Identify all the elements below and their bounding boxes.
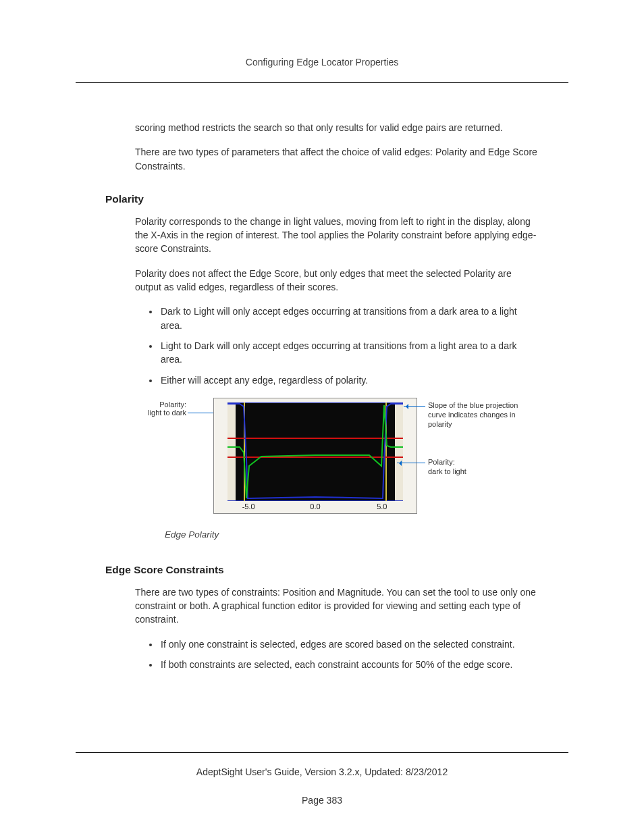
polarity-paragraph-2: Polarity does not affect the Edge Score,… (135, 267, 539, 294)
figure-caption: Edge Polarity (165, 529, 539, 540)
footer-text: AdeptSight User's Guide, Version 3.2.x, … (0, 766, 644, 777)
document-page: Configuring Edge Locator Properties scor… (0, 0, 644, 834)
arrow-icon (404, 406, 425, 407)
page-number: Page 383 (0, 795, 644, 806)
edge-score-bullet-list: If only one constraint is selected, edge… (144, 637, 539, 672)
edge-score-paragraph-1: There are two types of constraints: Posi… (135, 585, 539, 627)
edge-polarity-figure: Polarity: light to dark (135, 398, 527, 523)
axis-tick-label: 5.0 (377, 502, 387, 511)
polarity-paragraph-1: Polarity corresponds to the change in li… (135, 215, 539, 256)
list-item: Dark to Light will only accept edges occ… (159, 305, 539, 332)
header-title: Configuring Edge Locator Properties (246, 57, 398, 68)
plot-area: -5.0 0.0 5.0 (213, 398, 417, 514)
intro-paragraph-1: scoring method restricts the search so t… (135, 121, 539, 134)
figure-right-label-top: Slope of the blue projection curve indic… (428, 400, 536, 429)
figure-left-label-line2: light to dark (148, 409, 186, 417)
intro-paragraph-2: There are two types of parameters that a… (135, 145, 539, 173)
axis-tick-label: 0.0 (310, 502, 320, 511)
list-item: Light to Dark will only accept edges occ… (159, 339, 539, 367)
edge-marker-icon (385, 402, 387, 501)
edge-score-heading: Edge Score Constraints (105, 564, 539, 576)
figure-right-label-bottom: Polarity: dark to light (428, 457, 536, 477)
figure-left-label: Polarity: light to dark (135, 400, 186, 417)
figure-right-label-bottom-line2: dark to light (428, 467, 466, 475)
figure-left-label-line1: Polarity: (159, 400, 186, 409)
page-content: scoring method restricts the search so t… (76, 121, 568, 671)
footer-divider (76, 752, 568, 753)
edge-marker-icon (244, 402, 245, 501)
x-axis: -5.0 0.0 5.0 (227, 502, 403, 513)
plot-background (227, 402, 403, 501)
polarity-bullet-list: Dark to Light will only accept edges occ… (144, 305, 539, 386)
threshold-line-icon (227, 438, 403, 439)
list-item: Either will accept any edge, regardless … (159, 373, 539, 387)
polarity-heading: Polarity (105, 193, 539, 205)
list-item: If both constraints are selected, each c… (159, 658, 539, 671)
threshold-line-icon (227, 457, 403, 458)
figure-container: Polarity: light to dark (135, 398, 539, 540)
axis-tick-label: -5.0 (242, 502, 255, 511)
figure-right-label-bottom-line1: Polarity: (428, 458, 455, 466)
list-item: If only one constraint is selected, edge… (159, 637, 539, 651)
page-header: Configuring Edge Locator Properties (76, 57, 568, 83)
arrow-icon (397, 463, 425, 464)
